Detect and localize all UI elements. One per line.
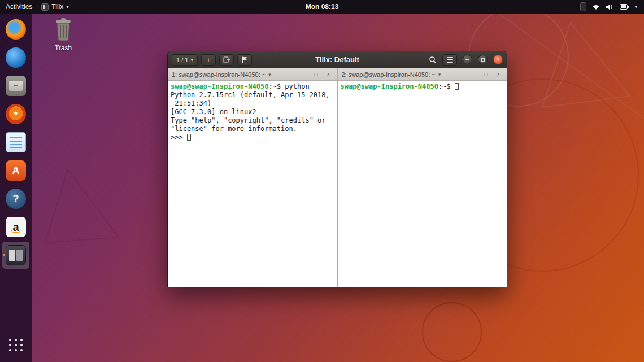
output-line: Type "help", "copyright", "credits" or: [171, 116, 334, 125]
tilix-app-icon: [41, 3, 49, 11]
volume-icon: [606, 3, 615, 11]
ubuntu-software-icon: A: [6, 160, 26, 181]
battery-icon: [620, 4, 629, 10]
rhythmbox-icon: [6, 104, 26, 124]
session-switcher-button[interactable]: 1 / 1 ▾: [172, 54, 198, 66]
dock-item-files[interactable]: [2, 72, 29, 99]
pane-maximize-button[interactable]: □: [312, 71, 321, 77]
bookmark-button[interactable]: [237, 54, 252, 66]
dock-item-thunderbird[interactable]: [2, 44, 29, 71]
window-headerbar: 1 / 1 ▾ + Tilix: Default: [168, 51, 507, 68]
open-new-window-button[interactable]: [219, 54, 234, 66]
files-icon: [6, 76, 26, 96]
system-status-area[interactable]: ▾: [580, 2, 644, 11]
chevron-down-icon: ▾: [66, 4, 69, 10]
session-counter: 1 / 1: [176, 56, 188, 63]
pane-close-button[interactable]: ×: [324, 71, 333, 77]
grid-icon: [9, 339, 23, 351]
show-applications-button[interactable]: [2, 334, 29, 356]
amazon-icon: a: [6, 217, 26, 237]
output-line: "license" for more information.: [171, 125, 334, 133]
minimize-button[interactable]: [463, 55, 472, 64]
trash-label: Trash: [47, 44, 79, 52]
firefox-icon: [6, 19, 26, 40]
pane-2-title: 2: swap@swap-Inspiron-N4050: ~ ▾: [342, 71, 478, 78]
pane-close-button[interactable]: ×: [494, 71, 503, 77]
pane-1-header[interactable]: 1: swap@swap-Inspiron-N4050: ~ ▾ □ ×: [168, 68, 337, 81]
search-icon: [429, 56, 437, 64]
chevron-down-icon: ▾: [268, 72, 271, 77]
close-button[interactable]: ×: [493, 55, 503, 64]
libreoffice-writer-icon: [6, 132, 26, 152]
terminal-pane-1: 1: swap@swap-Inspiron-N4050: ~ ▾ □ × swa…: [168, 68, 337, 287]
dock-item-firefox[interactable]: [2, 16, 29, 43]
terminal-2-content[interactable]: swap@swap-Inspiron-N4050:~$: [338, 81, 507, 287]
help-icon: ?: [6, 189, 26, 209]
output-line: 21:51:34): [171, 99, 334, 108]
output-line: [GCC 7.3.0] on linux2: [171, 108, 334, 116]
terminal-panes: 1: swap@swap-Inspiron-N4050: ~ ▾ □ × swa…: [168, 68, 507, 287]
app-menu-button[interactable]: Tilix ▾: [41, 3, 68, 11]
dock-item-help[interactable]: ?: [2, 185, 29, 212]
minimize-icon: [465, 59, 469, 60]
pane-maximize-button[interactable]: □: [481, 71, 490, 77]
tray-app-icon: [580, 2, 586, 11]
dock-item-ubuntu-software[interactable]: A: [2, 157, 29, 184]
flag-icon: [241, 56, 249, 64]
new-window-icon: [223, 56, 230, 64]
trash-can-glyph: [53, 17, 73, 41]
running-indicator: [3, 254, 5, 256]
dock-item-tilix[interactable]: [2, 242, 29, 269]
tilix-window: 1 / 1 ▾ + Tilix: Default: [167, 51, 507, 287]
clock[interactable]: Mon 08:13: [306, 3, 339, 11]
top-bar: Activities Tilix ▾ Mon 08:13 ▾: [0, 0, 644, 14]
app-menu-label: Tilix: [51, 3, 63, 11]
menu-button[interactable]: [442, 54, 457, 66]
dock: A ? a: [0, 14, 32, 362]
chevron-down-icon: ▾: [438, 72, 441, 77]
thunderbird-icon: [6, 47, 26, 68]
dock-item-rhythmbox[interactable]: [2, 101, 29, 128]
maximize-icon: [481, 58, 485, 62]
trash-icon[interactable]: Trash: [47, 17, 79, 52]
pane-2-header[interactable]: 2: swap@swap-Inspiron-N4050: ~ ▾ □ ×: [338, 68, 507, 81]
text-cursor: [187, 134, 191, 141]
search-button[interactable]: [427, 54, 439, 66]
hamburger-icon: [447, 57, 453, 63]
terminal-1-content[interactable]: swap@swap-Inspiron-N4050:~$ python Pytho…: [168, 81, 337, 287]
pane-1-title: 1: swap@swap-Inspiron-N4050: ~ ▾: [172, 71, 308, 78]
chevron-down-icon: ▾: [190, 57, 193, 63]
output-line: Python 2.7.15rc1 (default, Apr 15 2018,: [171, 91, 334, 99]
close-icon: ×: [497, 56, 500, 63]
chevron-down-icon: ▾: [634, 4, 637, 10]
wifi-icon: [591, 3, 601, 10]
dock-item-libreoffice-writer[interactable]: [2, 129, 29, 156]
repl-prompt-line: >>>: [171, 133, 334, 142]
activities-button[interactable]: Activities: [6, 3, 32, 11]
dock-item-amazon[interactable]: a: [2, 213, 29, 241]
new-session-button[interactable]: +: [201, 54, 216, 66]
maximize-button[interactable]: [478, 55, 488, 64]
tilix-icon: [6, 245, 26, 265]
command-text: python: [285, 82, 309, 90]
prompt-line: swap@swap-Inspiron-N4050:~$ python: [171, 82, 334, 91]
text-cursor: [455, 83, 459, 90]
terminal-pane-2: 2: swap@swap-Inspiron-N4050: ~ ▾ □ × swa…: [337, 68, 507, 287]
prompt-line: swap@swap-Inspiron-N4050:~$: [341, 82, 504, 91]
